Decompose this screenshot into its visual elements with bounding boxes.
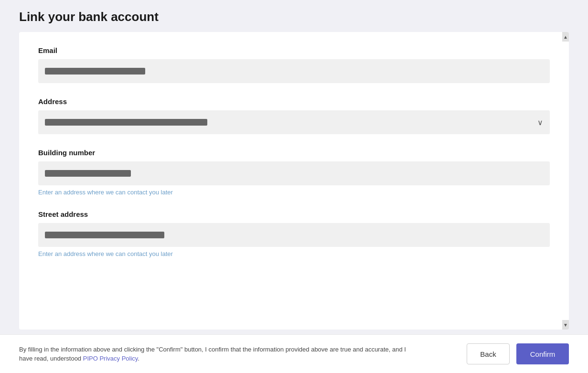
street-address-hint: Enter an address where we can contact yo… [38,250,550,257]
chevron-down-icon: ∨ [537,118,543,127]
disclaimer-text-part2: . [138,355,139,362]
address-label: Address [38,97,550,106]
street-address-label: Street address [38,210,550,218]
footer-actions: Back Confirm [467,343,569,364]
email-field-group: Email [38,46,550,83]
address-input-display[interactable]: ∨ [38,110,550,134]
address-input-wrapper: ∨ [38,110,550,134]
footer-bar: By filling in the information above and … [0,334,588,373]
scroll-up-icon: ▲ [563,34,568,40]
address-masked-value [45,119,207,126]
disclaimer-text-part1: By filling in the information above and … [19,346,406,362]
building-number-input-display[interactable] [38,161,550,185]
form-scroll-area[interactable]: Email Address ∨ [19,32,569,330]
scroll-down-icon: ▼ [563,322,568,328]
email-input-wrapper [38,59,550,83]
scroll-up-button[interactable]: ▲ [562,32,569,42]
footer-disclaimer: By filling in the information above and … [19,345,411,363]
street-address-input-wrapper [38,223,550,247]
building-number-input-wrapper [38,161,550,185]
building-number-hint: Enter an address where we can contact yo… [38,189,550,196]
building-number-field-group: Building number Enter an address where w… [38,149,550,196]
address-field-group: Address ∨ [38,97,550,134]
building-number-label: Building number [38,149,550,157]
street-address-field-group: Street address Enter an address where we… [38,210,550,257]
page-wrapper: Link your bank account Email Address [0,0,588,373]
page-title: Link your bank account [19,10,569,24]
form-card: Email Address ∨ [19,32,569,330]
email-label: Email [38,46,550,54]
email-masked-value [45,68,145,75]
back-button[interactable]: Back [467,343,510,364]
scroll-down-button[interactable]: ▼ [562,320,569,330]
building-number-masked-value [45,170,131,177]
main-content: Link your bank account Email Address [0,0,588,334]
confirm-button[interactable]: Confirm [516,343,569,364]
street-address-input-display[interactable] [38,223,550,247]
pipo-privacy-policy-link[interactable]: PIPO Privacy Policy [83,355,138,362]
street-address-masked-value [45,232,164,238]
email-input-display[interactable] [38,59,550,83]
